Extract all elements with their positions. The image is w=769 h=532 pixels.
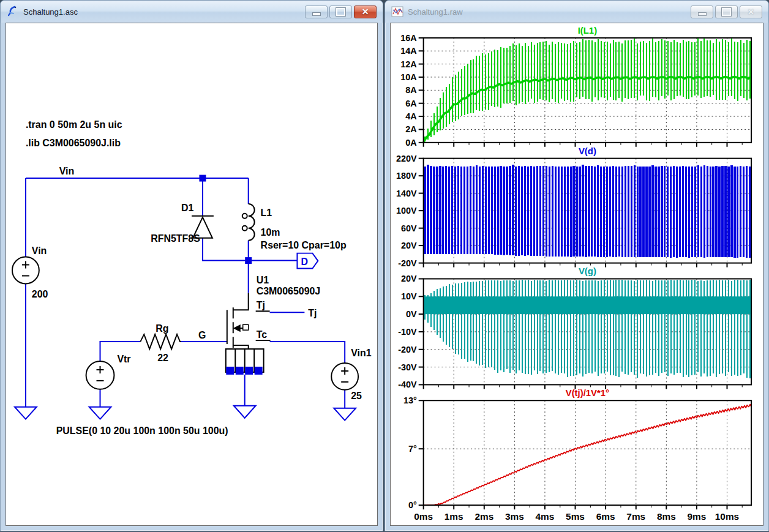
x-axis-tick-label: 5ms [566,511,585,522]
schematic-window: Schaltung1.asc ✕ .tran 0 50m 2u 5n uic .… [0,0,383,531]
trace-band [424,296,751,314]
y-axis-tick-label: 4A [405,111,417,121]
close-button[interactable]: ✕ [354,6,377,18]
body-arrow-head [234,326,240,331]
minimize-button[interactable] [305,6,328,18]
trace-average [424,77,751,143]
ground-symbol-vin[interactable] [15,407,37,419]
x-axis-tick-label: 9ms [688,511,707,522]
net-flag-d-label: D [301,257,308,267]
desktop: { "left_window": { "title": "Schaltung1.… [0,0,769,532]
window-controls: ✕ [691,6,762,18]
rg-value-label[interactable]: 22 [157,353,168,363]
vin-value-label[interactable]: 200 [32,289,48,299]
mosfet-u1[interactable] [227,293,249,349]
y-axis-tick-label: 8A [405,85,417,95]
d1-name-label[interactable]: D1 [181,203,194,213]
ground-symbol-vtr[interactable] [89,407,111,419]
inductor-l1[interactable] [242,204,255,241]
wire-d1-bottom[interactable] [203,238,249,261]
maximize-icon [336,8,345,16]
l1-value-label[interactable]: 10m [261,227,280,238]
package-pin [236,367,244,375]
vtr-name-label[interactable]: Vtr [117,354,130,364]
x-axis-tick-label: 4ms [536,511,555,522]
resistor-rg[interactable] [140,334,181,349]
window-title: Schaltung1.raw [408,7,463,17]
y-axis-tick-label: -20V [398,258,417,268]
y-axis-tick-label: 14A [400,46,417,56]
plot-pane-V(g)[interactable]: 20V10V0V-10V-20V-30V-40VV(g) [398,266,751,389]
schematic-window-titlebar[interactable]: Schaltung1.asc ✕ [1,1,383,23]
y-axis-tick-label: 20V [401,241,417,250]
minimize-icon [312,12,321,16]
trace-spikes [425,280,750,378]
trace-label[interactable]: V(g) [579,266,596,276]
package-pin [255,367,263,375]
schematic-drawing: .tran 0 50m 2u 5n uic .lib C3M0065090J.l… [6,23,377,525]
voltage-source-vin1[interactable] [331,363,358,390]
vtr-value-label[interactable]: PULSE(0 10 20u 100n 100n 50u 100u) [56,425,228,436]
trace-label[interactable]: V(d) [579,146,596,156]
trace-envelope [425,39,750,141]
y-axis-tick-label: 6A [405,99,417,108]
x-axis-tick-label: 10ms [715,511,739,522]
maximize-button[interactable] [329,6,352,18]
u1-pin-tj-label: Tj [257,300,265,310]
vin1-value-label[interactable]: 25 [351,391,362,401]
ground-symbol-case[interactable] [234,406,256,418]
x-axis-tick-label: 0ms [414,511,433,522]
y-axis-tick-label: 60V [401,223,417,233]
y-axis-tick-label: 0V [406,309,417,319]
y-axis-tick-label: -20V [398,345,417,354]
net-label-tj[interactable]: Tj [308,308,317,318]
voltage-source-vtr[interactable] [86,361,114,389]
waveform-canvas[interactable]: 16A14A12A10A8A6A4A2A0AI(L1)220V180V140V1… [390,23,763,526]
maximize-button[interactable] [715,6,738,18]
wire-tc-vin1[interactable] [270,342,345,363]
y-axis-tick-label: -10V [398,327,417,337]
u1-value-label[interactable]: C3M0065090J [257,286,321,296]
y-axis-tick-label: 100V [396,206,417,215]
y-axis-tick-label: 180V [396,171,417,181]
trace-label[interactable]: V(tj)/1V*1° [566,388,609,398]
close-button[interactable]: ✕ [740,6,762,18]
mosfet-package[interactable] [226,349,264,375]
rg-name-label[interactable]: Rg [156,323,168,334]
y-axis-tick-label: 12A [400,59,417,69]
plot-pane-V(d)[interactable]: 220V180V140V100V60V20V-20VV(d) [396,146,751,268]
window-controls: ✕ [305,6,377,18]
y-axis-tick-label: 0A [405,138,417,148]
d1-value-label[interactable]: RFN5TF8S [151,233,200,244]
close-icon: ✕ [362,7,369,16]
trace-pwm [425,165,750,258]
plot-pane-V(tj)/1V*1°[interactable]: 13°7°0°V(tj)/1V*1° [403,388,751,510]
schematic-canvas[interactable]: .tran 0 50m 2u 5n uic .lib C3M0065090J.l… [6,23,378,526]
vin-name-label[interactable]: Vin [32,245,47,256]
l1-params-label[interactable]: Rser=10 Cpar=10p [261,240,347,250]
waveform-window: Schaltung1.raw ✕ 16A14A12A10A8A6A4A2A0AI… [384,0,769,531]
ground-symbol-vin1[interactable] [334,408,356,421]
spice-directive-lib[interactable]: .lib C3M0065090J.lib [26,138,121,148]
spice-directive-tran[interactable]: .tran 0 50m 2u 5n uic [26,119,122,130]
junction-d-node [245,257,252,264]
minimize-button[interactable] [691,6,713,18]
net-label-vin[interactable]: Vin [59,166,75,176]
plot-frame [424,279,751,384]
body-square [243,324,249,330]
ltspice-app-icon [7,6,19,18]
trace-line [424,405,751,505]
u1-pin-tc-label: Tc [257,329,268,340]
u1-name-label[interactable]: U1 [257,275,269,285]
x-axis-tick-label: 1ms [445,511,463,522]
l1-name-label[interactable]: L1 [261,208,272,218]
trace-label[interactable]: I(L1) [578,26,597,36]
maximize-icon [722,8,731,16]
waveform-window-titlebar[interactable]: Schaltung1.raw ✕ [385,1,768,23]
net-label-g[interactable]: G [198,330,206,340]
plot-pane-I(L1)[interactable]: 16A14A12A10A8A6A4A2A0AI(L1) [400,26,751,148]
net-flag-d[interactable]: D [297,253,318,269]
voltage-source-vin[interactable] [12,257,39,284]
vin1-name-label[interactable]: Vin1 [351,348,372,358]
x-axis-tick-label: 3ms [505,511,524,522]
